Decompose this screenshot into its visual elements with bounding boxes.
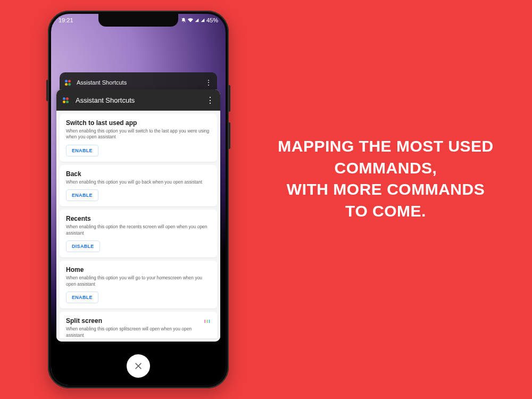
- option-desc: When enabling this option the recents sc…: [66, 224, 211, 236]
- status-time: 19:21: [59, 17, 73, 23]
- wifi-icon: [188, 18, 193, 23]
- option-desc: When enabling this option you will go ba…: [66, 179, 211, 185]
- phone-side-button: [46, 80, 48, 101]
- option-title: Home: [66, 266, 211, 273]
- option-desc: When enabling this option splitscreen wi…: [66, 326, 211, 338]
- headline-line: COMMANDS,: [261, 157, 511, 179]
- recents-stack: Assistant Shortcuts ⋮ Assistant Shortcut…: [56, 72, 220, 342]
- phone-side-button: [229, 85, 230, 112]
- headline: MAPPING THE MOST USED COMMANDS, WITH MOR…: [261, 136, 511, 222]
- option-desc: When enabling this option you will switc…: [66, 128, 211, 140]
- options-list: Switch to last used app When enabling th…: [56, 111, 220, 342]
- notifications-off-icon: [181, 18, 186, 23]
- headline-line: WITH MORE COMMANDS: [261, 179, 511, 201]
- option-back: Back When enabling this option you will …: [60, 165, 217, 206]
- option-desc: When enabling this option you will go to…: [66, 275, 211, 287]
- phone-side-button: [229, 122, 230, 149]
- close-icon: [134, 361, 143, 371]
- option-title-text: Split screen: [66, 317, 102, 325]
- headline-line: TO COME.: [261, 201, 511, 222]
- option-home: Home When enabling this option you will …: [60, 261, 217, 309]
- option-title: Split screen ııı: [66, 317, 211, 325]
- disable-button[interactable]: DISABLE: [66, 240, 100, 252]
- close-button[interactable]: [127, 354, 150, 378]
- status-battery: 45%: [206, 17, 218, 23]
- option-title: Recents: [66, 215, 211, 222]
- option-recents: Recents When enabling this option the re…: [60, 210, 217, 257]
- background-app-title: Assistant Shortcuts: [77, 79, 127, 86]
- enable-button[interactable]: ENABLE: [66, 145, 98, 156]
- phone-screen: 19:21 45% Assistant Shortcuts ⋮ Assistan…: [51, 14, 226, 385]
- assistant-icon: [65, 79, 72, 86]
- enable-button[interactable]: ENABLE: [66, 292, 98, 303]
- status-bar: 19:21 45%: [51, 14, 226, 27]
- foreground-app-card[interactable]: Assistant Shortcuts ⋮ Switch to last use…: [56, 89, 220, 342]
- option-switch-last-app: Switch to last used app When enabling th…: [60, 114, 217, 162]
- signal-icon: [195, 18, 199, 23]
- app-title: Assistant Shortcuts: [76, 96, 135, 104]
- status-icons: 45%: [181, 17, 218, 23]
- headline-line: MAPPING THE MOST USED: [261, 136, 511, 157]
- option-split-screen: Split screen ııı When enabling this opti…: [60, 312, 217, 338]
- option-title: Back: [66, 170, 211, 178]
- more-icon[interactable]: ⋮: [205, 78, 212, 87]
- app-toolbar: Assistant Shortcuts ⋮: [56, 89, 220, 111]
- enable-button[interactable]: ENABLE: [66, 189, 98, 201]
- option-title: Switch to last used app: [66, 119, 211, 127]
- letter-m-badge-icon: ııı: [204, 318, 211, 324]
- assistant-icon: [63, 96, 70, 104]
- signal-icon: [201, 18, 205, 23]
- more-icon[interactable]: ⋮: [206, 95, 214, 105]
- phone-frame: 19:21 45% Assistant Shortcuts ⋮ Assistan…: [48, 11, 229, 388]
